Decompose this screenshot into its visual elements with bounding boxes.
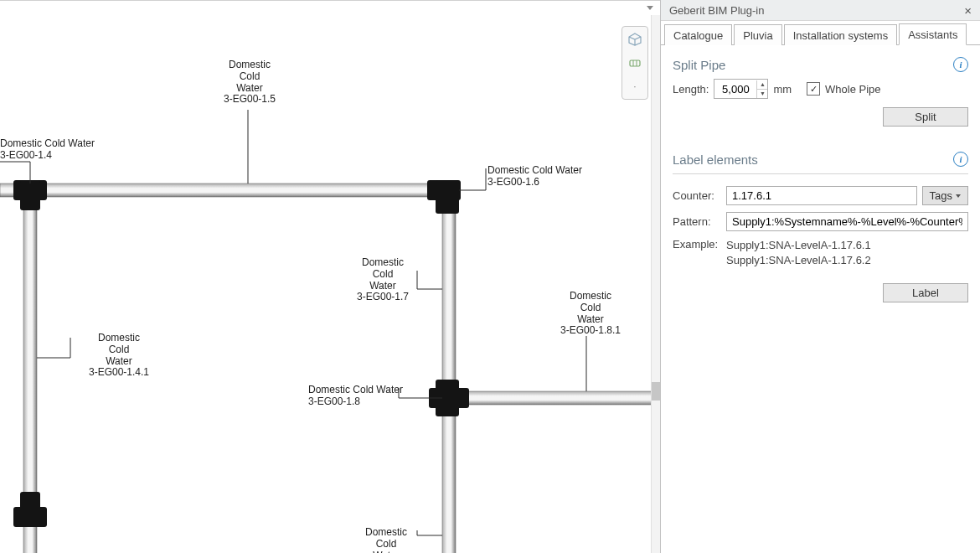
pipe-label: Domestic Cold Water 3-EG00-1.8	[308, 385, 403, 408]
length-unit: mm	[773, 83, 792, 96]
canvas-scrollbar[interactable]	[651, 15, 660, 553]
example-line: Supply1:SNA-LevelA-1.17.6.2	[726, 253, 871, 268]
pattern-input[interactable]	[726, 212, 968, 231]
tab-installation-systems[interactable]: Installation systems	[784, 24, 897, 45]
pipe-label: Domestic Cold Water 3-EG00-1.8.1	[553, 291, 628, 337]
section-title: Split Pipe	[673, 58, 725, 72]
svg-rect-1	[20, 180, 40, 210]
pattern-label: Pattern:	[673, 215, 721, 228]
panel-title: Geberit BIM Plug-in	[669, 4, 764, 17]
svg-rect-3	[436, 180, 459, 214]
steering-wheel-icon[interactable]	[626, 54, 644, 72]
tab-pluvia[interactable]: Pluvia	[734, 24, 781, 45]
tags-button[interactable]: Tags	[922, 186, 968, 205]
split-button[interactable]: Split	[883, 107, 968, 127]
chevron-down-icon	[956, 194, 961, 198]
plugin-panel: Geberit BIM Plug-in × Catalogue Pluvia I…	[660, 0, 980, 553]
whole-pipe-label: Whole Pipe	[825, 83, 880, 96]
pipe-segment[interactable]	[442, 183, 456, 553]
info-icon[interactable]: i	[953, 152, 968, 167]
label-button[interactable]: Label	[883, 283, 968, 302]
spinner-up-icon[interactable]: ▲	[757, 80, 767, 90]
example-label: Example:	[673, 238, 721, 268]
model-view[interactable]: Domestic Cold Water 3-EG00-1.4 Domestic …	[0, 0, 660, 553]
panel-tabs: Catalogue Pluvia Installation systems As…	[661, 21, 980, 45]
svg-rect-7	[20, 492, 40, 525]
section-label-elements-header: Label elements i	[673, 152, 968, 167]
svg-rect-22	[630, 60, 640, 66]
info-icon[interactable]: i	[953, 57, 968, 72]
view-controls: ·	[622, 26, 648, 100]
pipe-label: Domestic Cold Water 3-EG00-1.5	[214, 59, 286, 106]
counter-label: Counter:	[673, 189, 721, 202]
length-spinner: ▲ ▼	[756, 80, 767, 98]
pipe-label: Domestic Cold Water 3-EG00-1.7	[347, 257, 419, 303]
example-values: Supply1:SNA-LevelA-1.17.6.1 Supply1:SNA-…	[726, 238, 871, 268]
section-split-pipe-header: Split Pipe i	[673, 57, 968, 72]
pipe-label: Domestic Cold Water 3-EG00-1.6	[487, 165, 582, 189]
tags-button-label: Tags	[930, 189, 952, 202]
spinner-down-icon[interactable]: ▼	[757, 90, 767, 98]
section-title: Label elements	[673, 152, 758, 167]
pipe-segment[interactable]	[0, 183, 459, 197]
viewcube-icon[interactable]	[626, 30, 644, 49]
nav-spacer-icon: ·	[626, 77, 644, 96]
close-icon[interactable]: ×	[961, 3, 975, 18]
panel-body: Split Pipe i Length: ▲ ▼ mm ✓ Whole Pipe…	[661, 45, 980, 553]
panel-header: Geberit BIM Plug-in ×	[661, 0, 980, 21]
whole-pipe-checkbox[interactable]: ✓	[807, 82, 820, 96]
length-label: Length:	[673, 83, 709, 96]
pipe-label: Domestic Cold Water 3-EG00-1.4	[0, 138, 95, 162]
piping-diagram	[0, 1, 660, 553]
pipe-label: Domestic Cold Water 3-EG00-1.4.1	[77, 333, 161, 379]
divider	[673, 173, 968, 174]
pipe-label: Domestic Cold Water	[350, 527, 422, 553]
pipe-segment[interactable]	[452, 391, 660, 405]
tab-catalogue[interactable]: Catalogue	[664, 24, 732, 45]
example-line: Supply1:SNA-LevelA-1.17.6.1	[726, 238, 871, 253]
length-input[interactable]	[714, 81, 756, 97]
counter-input[interactable]	[726, 186, 917, 205]
length-input-wrap: ▲ ▼	[714, 79, 768, 99]
tab-assistants[interactable]: Assistants	[899, 23, 967, 45]
view-dropdown-icon[interactable]	[647, 6, 653, 10]
